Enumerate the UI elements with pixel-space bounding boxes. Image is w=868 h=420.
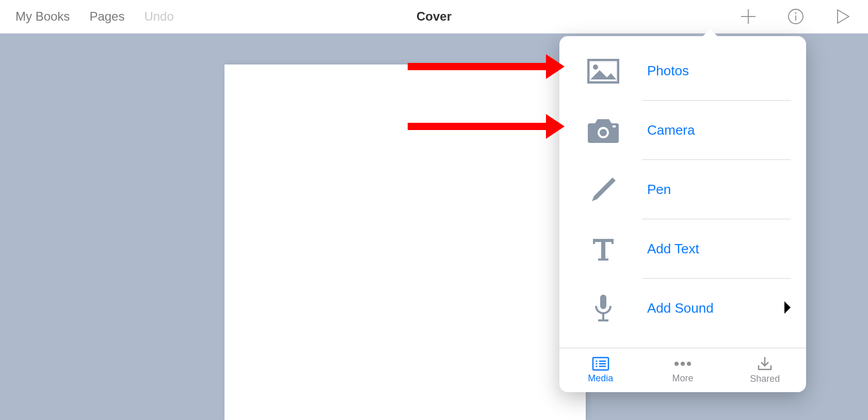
menu-item-label: Add Sound — [647, 300, 714, 316]
svg-rect-9 — [613, 125, 616, 127]
my-books-button[interactable]: My Books — [15, 9, 70, 24]
play-icon — [835, 8, 851, 25]
svg-point-22 — [681, 362, 685, 366]
pen-icon — [583, 175, 624, 204]
pages-button[interactable]: Pages — [89, 9, 124, 24]
popover-tabs: Media More Shared — [559, 348, 806, 392]
menu-item-label: Pen — [647, 182, 671, 198]
svg-point-15 — [596, 360, 597, 362]
add-popover: Photos Camera Pen — [559, 36, 806, 392]
toolbar: My Books Pages Undo Cover — [0, 0, 868, 34]
svg-point-21 — [674, 362, 679, 366]
plus-icon — [740, 8, 757, 25]
chevron-right-icon — [784, 301, 791, 316]
menu-item-photos[interactable]: Photos — [559, 41, 806, 101]
svg-marker-13 — [784, 301, 791, 314]
page-canvas[interactable] — [224, 64, 586, 420]
camera-icon — [583, 117, 624, 144]
tab-label: Media — [588, 373, 613, 384]
svg-point-6 — [593, 64, 598, 70]
list-icon — [592, 357, 609, 371]
arrow-annotation-photos — [408, 63, 547, 70]
svg-point-8 — [600, 129, 607, 136]
more-icon — [672, 357, 693, 371]
menu-item-add-text[interactable]: Add Text — [559, 219, 806, 279]
tab-shared[interactable]: Shared — [724, 348, 806, 392]
menu-item-label: Camera — [647, 122, 695, 138]
microphone-icon — [583, 294, 624, 324]
play-button[interactable] — [834, 7, 853, 26]
popover-list: Photos Camera Pen — [559, 36, 806, 348]
menu-item-label: Add Text — [647, 241, 699, 257]
menu-item-add-sound[interactable]: Add Sound — [559, 279, 806, 338]
svg-point-23 — [687, 362, 691, 366]
menu-item-camera[interactable]: Camera — [559, 101, 806, 160]
menu-item-pen[interactable]: Pen — [559, 160, 806, 219]
info-icon — [787, 8, 805, 25]
undo-button[interactable]: Undo — [144, 9, 173, 24]
menu-item-label: Photos — [647, 63, 689, 79]
svg-point-19 — [596, 365, 597, 367]
tab-label: More — [672, 373, 693, 384]
tab-more[interactable]: More — [641, 348, 724, 392]
page-title: Cover — [416, 9, 452, 24]
tab-label: Shared — [750, 374, 780, 384]
arrow-annotation-camera — [408, 123, 547, 130]
photos-icon — [583, 59, 624, 84]
text-icon — [583, 236, 624, 263]
svg-marker-5 — [838, 10, 849, 23]
toolbar-right — [739, 7, 853, 26]
toolbar-left: My Books Pages Undo — [15, 9, 174, 24]
svg-point-17 — [596, 363, 597, 364]
svg-point-3 — [795, 12, 797, 14]
tab-media[interactable]: Media — [559, 348, 641, 392]
svg-rect-10 — [600, 295, 606, 309]
add-button[interactable] — [739, 7, 758, 26]
download-icon — [757, 356, 773, 371]
info-button[interactable] — [786, 7, 805, 26]
